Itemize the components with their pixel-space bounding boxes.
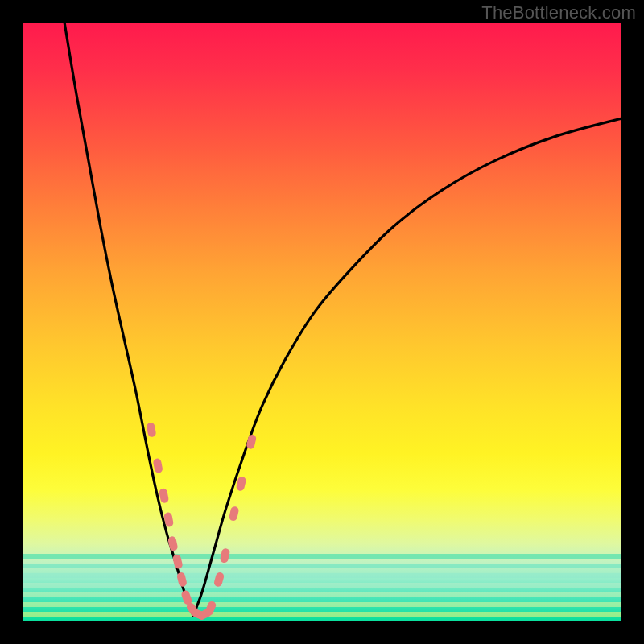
- outer-frame: TheBottleneck.com: [0, 0, 644, 644]
- plot-area: [23, 23, 621, 621]
- curve-layer: [23, 23, 621, 621]
- curve-left-branch: [64, 23, 193, 616]
- highlight-marker: [229, 506, 240, 522]
- highlight-marker: [159, 488, 169, 504]
- highlight-marker: [246, 434, 257, 450]
- highlight-marker: [153, 458, 163, 474]
- highlight-marker: [167, 535, 179, 551]
- watermark-text: TheBottleneck.com: [481, 2, 636, 23]
- highlight-marker: [220, 547, 231, 564]
- highlight-marker: [213, 572, 225, 588]
- highlight-marker: [236, 476, 247, 492]
- curve-right-branch: [193, 118, 621, 616]
- highlight-marker: [146, 422, 156, 438]
